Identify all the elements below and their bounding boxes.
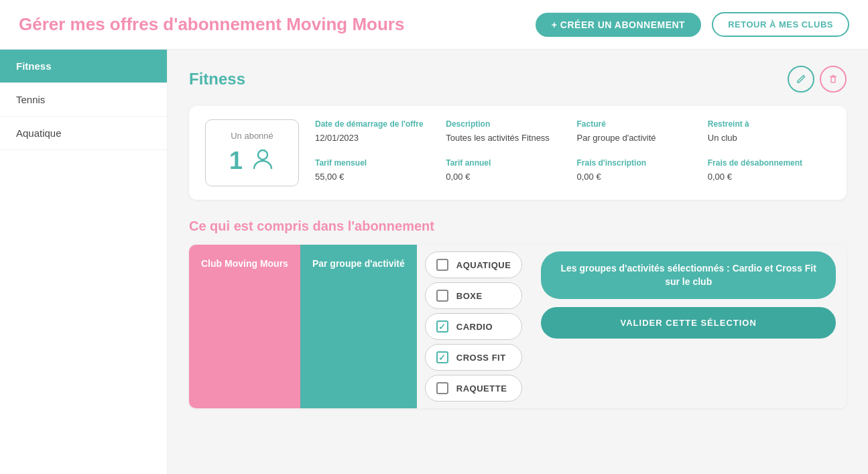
unsubscribe-label: Frais de désabonnement	[708, 158, 830, 168]
activity-item[interactable]: BOXE	[425, 282, 523, 309]
restricted-label: Restreint à	[708, 119, 830, 129]
edit-button[interactable]	[788, 66, 814, 93]
checkbox-square	[436, 259, 448, 271]
create-subscription-button[interactable]: + CRÉER UN ABONNEMENT	[536, 13, 701, 37]
activity-label: BOXE	[456, 291, 483, 301]
inscription-label: Frais d'inscription	[577, 158, 700, 168]
description-value: Toutes les activités Fitness	[446, 133, 550, 143]
subscription-box: Club Moving Mours Par groupe d'activité …	[189, 245, 847, 408]
subscriber-box: Un abonné 1	[205, 119, 299, 186]
subscriber-count: 1	[229, 149, 243, 173]
svg-rect-0	[831, 77, 835, 82]
activity-label: AQUATIQUE	[456, 260, 511, 270]
annual-label: Tarif annuel	[446, 158, 568, 168]
start-date-cell: Date de démarrage de l'offre 12/01/2023	[315, 119, 438, 147]
activity-label: RAQUETTE	[456, 383, 507, 394]
title-part2: Moving Mours	[286, 14, 404, 34]
inscription-cell: Frais d'inscription 0,00 €	[577, 158, 700, 186]
checkbox-square	[436, 290, 448, 302]
unsubscribe-cell: Frais de désabonnement 0,00 €	[708, 158, 830, 186]
details-grid: Date de démarrage de l'offre 12/01/2023 …	[315, 119, 830, 186]
annual-cell: Tarif annuel 0,00 €	[446, 158, 568, 186]
billed-cell: Facturé Par groupe d'activité	[577, 119, 700, 147]
selection-info: Les groupes d'activités sélectionnés : C…	[541, 251, 836, 299]
content-area: Fitness Un abonné	[168, 50, 868, 474]
inscription-value: 0,00 €	[577, 172, 601, 182]
club-col-label: Club Moving Mours	[201, 258, 288, 269]
subscriber-row: 1	[229, 146, 275, 175]
restricted-cell: Restreint à Un club	[708, 119, 830, 147]
section-title: Fitness	[189, 70, 245, 88]
activity-label: CARDIO	[456, 322, 493, 332]
checkbox-square	[436, 320, 448, 333]
sidebar: Fitness Tennis Aquatique	[0, 50, 168, 474]
start-date-value: 12/01/2023	[315, 133, 359, 143]
description-cell: Description Toutes les activités Fitness	[446, 119, 568, 147]
monthly-label: Tarif mensuel	[315, 158, 438, 168]
validate-selection-button[interactable]: VALIDER CETTE SÉLECTION	[541, 307, 836, 339]
activity-item[interactable]: CROSS FIT	[425, 344, 523, 371]
person-icon	[251, 146, 275, 175]
activity-item[interactable]: AQUATIQUE	[425, 251, 523, 278]
activity-item[interactable]: CARDIO	[425, 313, 523, 340]
main-layout: Fitness Tennis Aquatique Fitness	[0, 50, 868, 474]
header: Gérer mes offres d'abonnement Moving Mou…	[0, 0, 868, 50]
back-to-clubs-button[interactable]: RETOUR À MES CLUBS	[712, 12, 849, 37]
subscription-section-title: Ce qui est compris dans l'abonnement	[189, 219, 847, 234]
annual-value: 0,00 €	[446, 172, 470, 182]
info-card: Un abonné 1 Date de démarrage de l'offre…	[189, 106, 847, 200]
checkbox-square	[436, 351, 448, 363]
sidebar-item-tennis[interactable]: Tennis	[0, 83, 167, 117]
activity-column: Par groupe d'activité	[300, 245, 417, 408]
page-title: Gérer mes offres d'abonnement Moving Mou…	[19, 14, 525, 35]
subscriber-label: Un abonné	[231, 131, 273, 141]
title-part1: Gérer mes offres d'abonnement	[19, 14, 286, 34]
edit-icon	[796, 74, 806, 84]
checkboxes-column: AQUATIQUEBOXECARDIOCROSS FITRAQUETTE	[417, 245, 531, 408]
club-column: Club Moving Mours	[189, 245, 300, 408]
activity-col-label: Par groupe d'activité	[312, 258, 405, 269]
monthly-value: 55,00 €	[315, 172, 344, 182]
activity-item[interactable]: RAQUETTE	[425, 375, 523, 402]
sidebar-item-fitness[interactable]: Fitness	[0, 50, 167, 83]
monthly-cell: Tarif mensuel 55,00 €	[315, 158, 438, 186]
description-label: Description	[446, 119, 568, 129]
action-buttons	[782, 66, 847, 93]
right-panel: Les groupes d'activités sélectionnés : C…	[530, 245, 847, 408]
billed-label: Facturé	[577, 119, 700, 129]
sidebar-item-aquatique[interactable]: Aquatique	[0, 117, 167, 150]
billed-value: Par groupe d'activité	[577, 133, 656, 143]
restricted-value: Un club	[708, 133, 737, 143]
section-header: Fitness	[189, 66, 847, 93]
svg-point-3	[258, 150, 267, 160]
delete-button[interactable]	[820, 66, 847, 93]
activity-label: CROSS FIT	[456, 353, 506, 363]
trash-icon	[828, 74, 839, 84]
unsubscribe-value: 0,00 €	[708, 172, 732, 182]
checkbox-square	[436, 382, 448, 394]
start-date-label: Date de démarrage de l'offre	[315, 119, 438, 129]
